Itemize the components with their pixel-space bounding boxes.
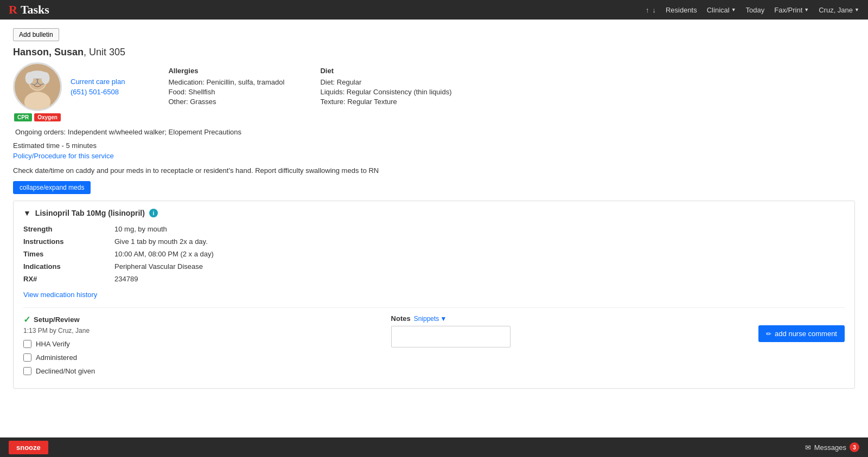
setup-time: 1:13 PM by Cruz, Jane	[23, 327, 380, 334]
view-medication-history-link[interactable]: View medication history	[23, 291, 97, 299]
patient-header-row: CPR Oxygen Current care plan (651) 501-6…	[13, 62, 855, 121]
care-plan-link[interactable]: Current care plan	[71, 78, 125, 86]
allergy-other: Other: Grasses	[168, 98, 288, 106]
down-arrow-icon[interactable]: ↓	[652, 6, 656, 14]
main-content: Add bulletin Hanson, Susan, Unit 305	[0, 20, 868, 437]
allergies-title: Allergies	[168, 67, 288, 75]
medication-card: ▼ Lisinopril Tab 10Mg (lisinopril) i Str…	[13, 201, 855, 389]
setup-label: Setup/Review	[34, 316, 80, 324]
declined-checkbox[interactable]	[23, 367, 31, 375]
medication-name: Lisinopril Tab 10Mg (lisinopril)	[35, 209, 145, 217]
med-card-header: ▼ Lisinopril Tab 10Mg (lisinopril) i	[23, 209, 845, 217]
check-icon: ✓	[23, 314, 30, 325]
svg-point-2	[24, 92, 51, 111]
times-label: Times	[23, 249, 110, 259]
patient-photo-section: CPR Oxygen	[13, 62, 62, 121]
declined-row: Declined/Not given	[23, 367, 380, 375]
instructions-text: Check date/time on caddy and pour meds i…	[13, 166, 855, 175]
residents-nav[interactable]: Residents	[666, 6, 697, 14]
nav-right: ↑ ↓ Residents Clinical ▼ Today Fax/Print…	[646, 6, 859, 14]
faxprint-nav[interactable]: Fax/Print ▼	[774, 6, 809, 14]
patient-contact: Current care plan (651) 501-6508	[71, 62, 125, 96]
svg-point-10	[25, 72, 34, 84]
administered-label: Administered	[36, 353, 77, 362]
nav-arrows: ↑ ↓	[646, 6, 656, 14]
instructions-label: Instructions	[23, 236, 110, 247]
declined-label: Declined/Not given	[36, 367, 95, 375]
collapse-expand-button[interactable]: collapse/expand meds	[13, 181, 91, 194]
cpr-badge: CPR	[14, 113, 32, 121]
diet-title: Diet	[320, 67, 451, 75]
user-dropdown-arrow: ▼	[854, 7, 859, 12]
add-bulletin-button[interactable]: Add bulletin	[13, 28, 59, 41]
patient-name: Hanson, Susan, Unit 305	[13, 47, 855, 58]
policy-procedure-link[interactable]: Policy/Procedure for this service	[13, 152, 114, 160]
brand: RTasks	[9, 3, 49, 17]
hha-verify-label: HHA Verify	[36, 340, 70, 348]
diet-section: Diet Diet: Regular Liquids: Regular Cons…	[320, 62, 451, 107]
svg-point-11	[41, 72, 49, 84]
snippets-dropdown-arrow: ▼	[440, 315, 446, 323]
indications-value: Peripheral Vascular Disease	[114, 261, 845, 272]
indications-label: Indications	[23, 261, 110, 272]
notes-textarea[interactable]	[391, 326, 510, 347]
notes-section: Notes Snippets ▼	[391, 314, 748, 349]
diet-liquids: Liquids: Regular Consistency (thin liqui…	[320, 88, 451, 96]
medication-details: Strength 10 mg, by mouth Instructions Gi…	[23, 224, 845, 284]
rx-value: 234789	[114, 274, 845, 284]
pencil-icon: ✏	[766, 330, 771, 338]
top-navigation: RTasks ↑ ↓ Residents Clinical ▼ Today Fa…	[0, 0, 868, 20]
brand-tasks: Tasks	[21, 3, 49, 17]
times-value: 10:00 AM, 08:00 PM (2 x a day)	[114, 249, 845, 259]
notes-header: Notes Snippets ▼	[391, 314, 748, 323]
allergy-medication: Medication: Penicillin, sulfa, tramadol	[168, 78, 288, 86]
info-icon[interactable]: i	[149, 209, 158, 217]
today-nav[interactable]: Today	[746, 6, 765, 14]
snippets-button[interactable]: Snippets ▼	[414, 315, 447, 323]
hha-verify-checkbox[interactable]	[23, 340, 31, 348]
patient-phone[interactable]: (651) 501-6508	[71, 88, 125, 96]
setup-review-section: ✓ Setup/Review 1:13 PM by Cruz, Jane HHA…	[23, 307, 845, 381]
administered-checkbox[interactable]	[23, 353, 31, 362]
estimated-time: Estimated time - 5 minutes	[13, 141, 855, 150]
strength-label: Strength	[23, 224, 110, 234]
brand-r: R	[9, 3, 17, 17]
add-nurse-comment-button[interactable]: ✏ add nurse comment	[758, 325, 845, 342]
up-arrow-icon[interactable]: ↑	[646, 6, 649, 14]
setup-left: ✓ Setup/Review 1:13 PM by Cruz, Jane HHA…	[23, 314, 380, 381]
patient-photo	[13, 62, 62, 111]
administered-row: Administered	[23, 353, 380, 362]
patient-badges: CPR Oxygen	[13, 113, 62, 121]
oxygen-badge: Oxygen	[34, 113, 61, 121]
user-nav[interactable]: Cruz, Jane ▼	[819, 6, 859, 14]
allergy-food: Food: Shellfish	[168, 88, 288, 96]
clinical-nav[interactable]: Clinical ▼	[707, 6, 736, 14]
clinical-dropdown-arrow: ▼	[731, 7, 736, 12]
rx-label: RX#	[23, 274, 110, 284]
patient-left: CPR Oxygen Current care plan (651) 501-6…	[13, 62, 125, 121]
diet-diet: Diet: Regular	[320, 78, 451, 86]
med-chevron-icon[interactable]: ▼	[23, 209, 31, 217]
diet-texture: Texture: Regular Texture	[320, 98, 451, 106]
notes-label: Notes	[391, 314, 411, 323]
hha-verify-row: HHA Verify	[23, 340, 380, 348]
ongoing-orders: Ongoing orders: Independent w/wheeled wa…	[13, 128, 855, 136]
faxprint-dropdown-arrow: ▼	[804, 7, 809, 12]
setup-title: ✓ Setup/Review	[23, 314, 380, 325]
allergies-section: Allergies Medication: Penicillin, sulfa,…	[168, 62, 288, 107]
strength-value: 10 mg, by mouth	[114, 224, 845, 234]
instructions-value: Give 1 tab by mouth 2x a day.	[114, 236, 845, 247]
